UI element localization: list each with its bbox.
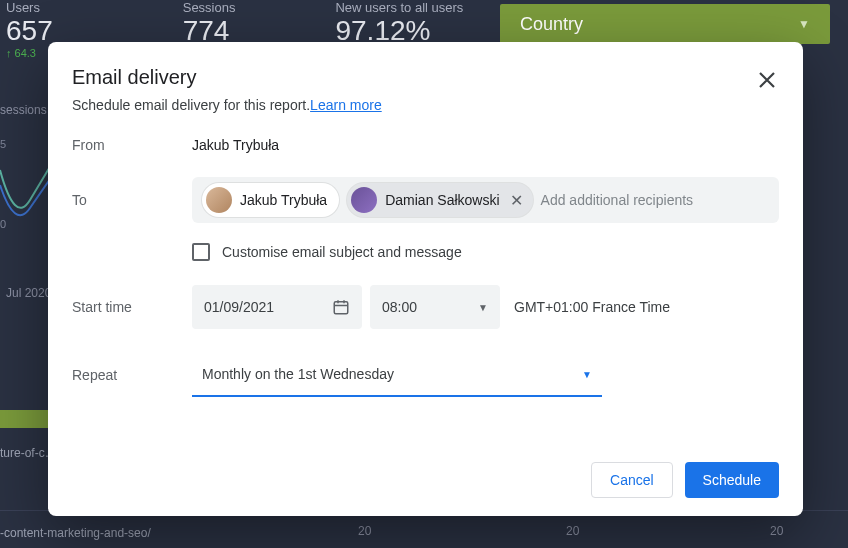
avatar [206,187,232,213]
to-label: To [72,192,192,208]
modal-subtitle: Schedule email delivery for this report.… [72,97,779,113]
email-delivery-modal: Email delivery Schedule email delivery f… [48,42,803,516]
recipient-chip[interactable]: Damian Sałkowski ✕ [347,183,532,217]
schedule-button[interactable]: Schedule [685,462,779,498]
chevron-down-icon: ▼ [582,369,592,380]
start-time-label: Start time [72,299,192,315]
country-dropdown[interactable]: Country ▼ [500,4,830,44]
repeat-select[interactable]: Monthly on the 1st Wednesday ▼ [192,353,602,397]
users-value: 657 [6,15,53,47]
chart-month: Jul 2020 [6,286,51,300]
progress-bar [0,410,48,428]
calendar-icon [332,298,350,316]
repeat-label: Repeat [72,367,192,383]
remove-recipient-icon[interactable]: ✕ [508,191,525,210]
from-value: Jakub Trybuła [192,137,279,153]
start-date-input[interactable]: 01/09/2021 [192,285,362,329]
sessions-label: Sessions [183,0,236,15]
newusers-label: New users to all users [335,0,463,15]
users-delta: ↑ 64.3 [6,47,53,59]
users-label: Users [6,0,53,15]
customise-label: Customise email subject and message [222,244,462,260]
from-label: From [72,137,192,153]
modal-title: Email delivery [72,66,779,89]
recipients-placeholder: Add additional recipients [541,192,769,208]
close-button[interactable] [751,64,783,96]
chevron-down-icon: ▼ [478,302,488,313]
customise-checkbox[interactable] [192,243,210,261]
start-time-input[interactable]: 08:00 ▼ [370,285,500,329]
recipient-chip[interactable]: Jakub Trybuła [202,183,339,217]
country-label: Country [520,14,583,35]
svg-rect-0 [334,302,348,314]
url-fragment: -content-marketing-and-seo/ [0,526,151,540]
learn-more-link[interactable]: Learn more [310,97,382,113]
recipients-input[interactable]: Jakub Trybuła Damian Sałkowski ✕ Add add… [192,177,779,223]
avatar [351,187,377,213]
timezone-label: GMT+01:00 France Time [514,299,670,315]
close-icon [758,71,776,89]
cancel-button[interactable]: Cancel [591,462,673,498]
chevron-down-icon: ▼ [798,17,810,31]
